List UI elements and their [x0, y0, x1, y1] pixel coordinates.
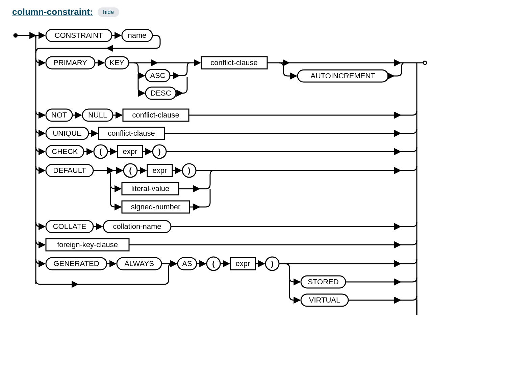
nt-expr-check[interactable]: expr	[123, 147, 137, 156]
nt-expr-gen[interactable]: expr	[236, 259, 250, 268]
kw-default: DEFAULT	[53, 166, 86, 175]
nt-literal-value[interactable]: literal-value	[131, 184, 170, 193]
svg-point-3	[423, 61, 427, 64]
rparen-check: )	[158, 147, 160, 156]
nt-name: name	[128, 31, 146, 40]
diagram-title-link[interactable]: column-constraint:	[12, 7, 93, 17]
nt-expr-default[interactable]: expr	[153, 166, 167, 175]
rparen-gen: )	[271, 259, 273, 268]
kw-not: NOT	[51, 111, 67, 119]
nt-collation-name: collation-name	[113, 222, 161, 231]
nt-conflict-clause-uq[interactable]: conflict-clause	[108, 129, 155, 137]
nt-conflict-clause-nn[interactable]: conflict-clause	[132, 111, 179, 119]
rparen-default: )	[188, 166, 190, 175]
lparen-gen: (	[212, 259, 215, 268]
kw-primary: PRIMARY	[53, 58, 87, 67]
nt-conflict-clause-pk[interactable]: conflict-clause	[210, 58, 257, 67]
kw-always: ALWAYS	[124, 259, 154, 268]
kw-constraint: CONSTRAINT	[55, 31, 103, 40]
kw-generated: GENERATED	[53, 259, 99, 268]
syntax-diagram: CONSTRAINT name PRIMARY KEY conflict-cla…	[12, 23, 428, 317]
kw-key: KEY	[109, 58, 124, 67]
svg-point-0	[14, 34, 17, 37]
kw-autoincrement: AUTOINCREMENT	[310, 72, 375, 80]
kw-asc: ASC	[150, 71, 165, 80]
kw-virtual: VIRTUAL	[309, 296, 340, 304]
lparen-default: (	[129, 166, 132, 175]
kw-stored: STORED	[308, 278, 338, 286]
lparen-check: (	[99, 147, 102, 156]
kw-check: CHECK	[52, 147, 78, 156]
kw-collate: COLLATE	[53, 222, 86, 231]
kw-as: AS	[182, 259, 192, 268]
nt-foreign-key-clause[interactable]: foreign-key-clause	[57, 240, 118, 249]
kw-unique: UNIQUE	[53, 129, 82, 137]
diagram-header: column-constraint: hide	[12, 7, 525, 17]
nt-signed-number[interactable]: signed-number	[131, 203, 181, 211]
hide-button[interactable]: hide	[98, 7, 119, 17]
kw-desc: DESC	[150, 89, 171, 97]
kw-null: NULL	[88, 111, 107, 119]
